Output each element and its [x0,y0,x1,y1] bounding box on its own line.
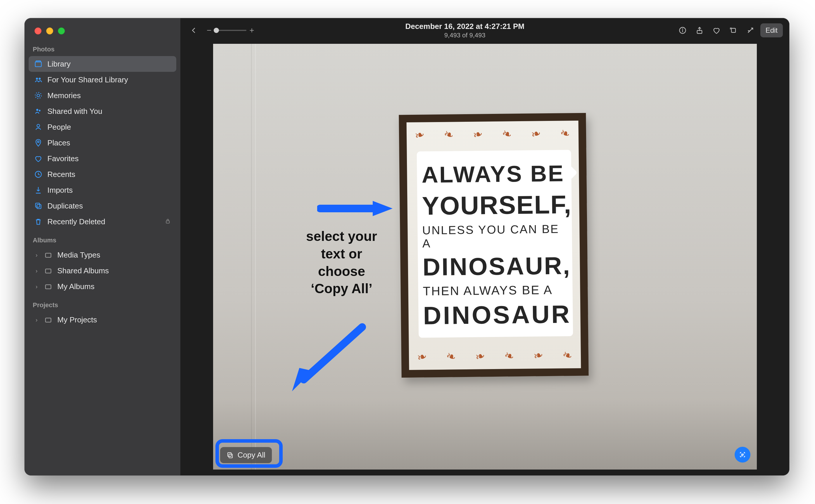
sidebar-item-shared-with-you[interactable]: Shared with You [29,103,176,119]
copy-all-button[interactable]: Copy All [220,447,272,463]
zoom-in-icon: + [249,26,254,35]
copy-all-label: Copy All [238,451,266,460]
sidebar-item-label: My Albums [57,282,171,291]
svg-rect-12 [37,204,41,208]
svg-point-8 [37,124,39,127]
toolbar: − + December 16, 2022 at 4:27:21 PM 9,49… [180,18,789,43]
sidebar-item-memories[interactable]: Memories [29,88,176,103]
photo-viewport: ❧❧❧❧❧❧ ALWAYS BE YOURSELF, UNLESS YOU CA… [180,43,789,475]
favorite-button[interactable] [710,23,724,37]
sidebar-item-label: Media Types [57,251,171,260]
live-text-button[interactable] [735,447,750,463]
sidebar-item-shared-albums[interactable]: › Shared Albums [29,263,176,279]
section-albums: Albums [25,230,180,247]
svg-rect-14 [46,253,51,257]
svg-rect-0 [35,62,41,67]
lock-icon [164,217,171,226]
sidebar-item-label: Shared Albums [57,266,171,275]
clock-icon [34,170,43,179]
arrow-icon [317,200,393,217]
photo-date: December 16, 2022 at 4:27:21 PM [258,22,672,31]
sidebar-item-favorites[interactable]: Favorites [29,151,176,166]
fullscreen-window-button[interactable] [58,27,65,34]
arrow-icon [283,321,371,397]
people-icon [34,123,43,131]
library-icon [34,60,43,68]
import-icon [34,186,43,194]
svg-marker-24 [373,201,393,216]
info-button[interactable] [676,23,690,37]
folder-icon [44,251,53,259]
svg-marker-26 [292,368,313,391]
sidebar-item-recents[interactable]: Recents [29,166,176,182]
zoom-track[interactable] [214,30,247,31]
sidebar-item-label: Places [47,138,171,147]
zoom-slider[interactable]: − + [207,26,254,35]
sidebar-item-label: Library [47,60,171,69]
svg-point-20 [682,29,683,29]
section-photos: Photos [25,39,180,56]
sidebar-item-places[interactable]: Places [29,135,176,151]
svg-point-7 [39,110,41,112]
svg-rect-22 [731,28,736,32]
sidebar-item-people[interactable]: People [29,119,176,135]
memories-icon [34,91,43,100]
back-button[interactable] [187,23,201,37]
app-window: Photos Library For Your Shared Library M… [25,18,789,475]
auto-enhance-button[interactable] [743,23,757,37]
sidebar-item-my-albums[interactable]: › My Albums [29,279,176,294]
sidebar-item-label: Duplicates [47,201,171,211]
sidebar-item-label: My Projects [57,315,171,324]
svg-point-4 [37,94,39,97]
sidebar-item-recently-deleted[interactable]: Recently Deleted [29,214,176,230]
chevron-right-icon: › [34,267,39,274]
sign-line: ALWAYS BE [421,160,567,188]
svg-point-6 [36,109,38,111]
edit-button[interactable]: Edit [760,23,783,37]
sidebar-item-duplicates[interactable]: Duplicates [29,198,176,214]
decoration-paws: ❧❧❧❧❧❧ [415,126,570,142]
annotation-line: text or [289,245,394,263]
section-projects: Projects [25,294,180,312]
chevron-right-icon: › [34,283,39,290]
sidebar-item-media-types[interactable]: › Media Types [29,247,176,263]
rotate-button[interactable] [726,23,741,37]
annotation-line: choose [289,263,394,280]
sign-text: ALWAYS BE YOURSELF, UNLESS YOU CAN BE A … [421,155,568,335]
sign-line: THEN ALWAYS BE A [423,283,568,298]
sidebar-item-label: For Your Shared Library [47,75,171,84]
svg-point-5 [35,93,41,99]
svg-point-2 [36,78,38,80]
trash-icon [34,217,43,226]
sidebar-item-my-projects[interactable]: › My Projects [29,312,176,328]
heart-icon [34,154,43,163]
sidebar-item-label: Shared with You [47,107,171,116]
sidebar-item-library[interactable]: Library [29,56,176,72]
svg-rect-13 [166,221,169,223]
photo-frame: ❧❧❧❧❧❧ ALWAYS BE YOURSELF, UNLESS YOU CA… [399,113,588,378]
sidebar-item-label: Favorites [47,154,171,163]
close-window-button[interactable] [34,27,41,34]
svg-rect-27 [229,454,233,458]
folder-icon [44,282,53,291]
photo: ❧❧❧❧❧❧ ALWAYS BE YOURSELF, UNLESS YOU CA… [213,44,757,470]
zoom-knob[interactable] [214,28,219,33]
chevron-right-icon: › [34,317,39,323]
sidebar-item-for-your-shared-library[interactable]: For Your Shared Library [29,72,176,88]
share-button[interactable] [693,23,707,37]
chevron-right-icon: › [34,252,39,258]
sign-line: UNLESS YOU CAN BE A [422,222,568,250]
svg-point-3 [39,78,41,80]
decoration [213,399,757,470]
main-content: − + December 16, 2022 at 4:27:21 PM 9,49… [180,18,789,475]
sign-line: DINOSAUR, [422,251,568,281]
duplicates-icon [34,201,43,210]
places-icon [34,138,43,147]
svg-rect-15 [46,269,51,273]
svg-rect-28 [228,453,231,456]
decoration-paws: ❧❧❧❧❧❧ [417,348,572,364]
minimize-window-button[interactable] [46,27,53,34]
sidebar-item-imports[interactable]: Imports [29,182,176,198]
svg-rect-11 [36,203,40,207]
folder-icon [44,315,53,324]
